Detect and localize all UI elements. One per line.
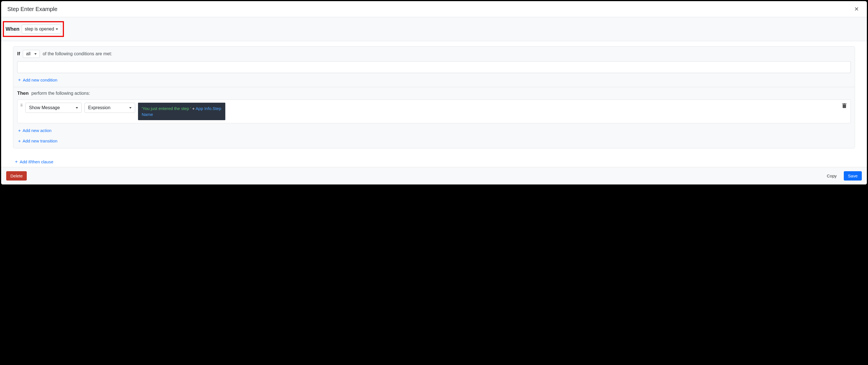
- add-action-button[interactable]: ＋ Add new action: [17, 127, 52, 134]
- modal-footer: Delete Copy Save: [1, 167, 867, 185]
- trigger-value: step is opened: [25, 27, 54, 32]
- add-clause-label: Add if/then clause: [20, 159, 53, 164]
- add-clause-row: ＋ Add if/then clause: [1, 154, 867, 167]
- modal-header: Step Enter Example ✕: [1, 1, 867, 17]
- then-header: Then perform the following actions:: [17, 90, 851, 96]
- plus-icon: ＋: [17, 77, 22, 83]
- plus-icon: ＋: [14, 159, 19, 165]
- add-condition-label: Add new condition: [23, 78, 58, 82]
- then-link-group: ＋ Add new action ＋ Add new transition: [17, 127, 851, 145]
- if-section: If all of the following conditions are m…: [13, 47, 855, 87]
- chevron-down-icon: [56, 28, 58, 30]
- action-mode-dropdown[interactable]: Expression: [85, 103, 135, 113]
- quantifier-dropdown[interactable]: all: [23, 50, 40, 58]
- if-suffix: of the following conditions are met:: [42, 51, 112, 56]
- chevron-down-icon: [129, 107, 131, 109]
- if-then-clause: If all of the following conditions are m…: [13, 46, 855, 148]
- plus-icon: ＋: [17, 139, 22, 143]
- condition-input[interactable]: [17, 61, 851, 73]
- if-header: If all of the following conditions are m…: [17, 50, 851, 58]
- quantifier-value: all: [26, 51, 30, 56]
- add-transition-label: Add new transition: [23, 139, 57, 143]
- add-transition-button[interactable]: ＋ Add new transition: [17, 138, 58, 145]
- rule-editor-modal: Step Enter Example ✕ When step is opened…: [1, 1, 867, 185]
- modal-title: Step Enter Example: [7, 6, 58, 12]
- save-button[interactable]: Save: [844, 171, 862, 180]
- plus-icon: ＋: [17, 128, 22, 133]
- action-mode-value: Expression: [88, 105, 111, 110]
- add-condition-button[interactable]: ＋ Add new condition: [17, 77, 58, 84]
- clause-body: If all of the following conditions are m…: [1, 41, 867, 154]
- trash-icon: [842, 103, 846, 108]
- add-if-then-clause-button[interactable]: ＋ Add if/then clause: [14, 158, 53, 165]
- then-section: Then perform the following actions: ⠿ Sh…: [13, 87, 855, 148]
- svg-rect-0: [843, 104, 846, 108]
- trigger-highlight: When step is opened: [3, 21, 64, 37]
- close-button[interactable]: ✕: [852, 5, 861, 13]
- svg-rect-2: [843, 103, 845, 104]
- delete-action-button[interactable]: [841, 103, 848, 110]
- delete-button[interactable]: Delete: [6, 171, 27, 180]
- copy-button[interactable]: Copy: [823, 171, 841, 180]
- trigger-dropdown[interactable]: step is opened: [22, 25, 61, 34]
- expression-string: 'You just entered the step ': [142, 106, 191, 111]
- expression-editor[interactable]: 'You just entered the step ' + App Info.…: [138, 103, 225, 120]
- chevron-down-icon: [34, 53, 37, 55]
- expression-operator: +: [192, 106, 195, 111]
- close-icon: ✕: [854, 6, 859, 12]
- drag-handle-icon[interactable]: ⠿: [20, 103, 23, 107]
- action-type-dropdown[interactable]: Show Message: [25, 103, 82, 113]
- if-keyword: If: [17, 51, 20, 57]
- then-suffix: perform the following actions:: [32, 91, 90, 96]
- action-type-value: Show Message: [29, 105, 60, 110]
- action-row: ⠿ Show Message Expression 'You just ente…: [17, 100, 851, 123]
- then-keyword: Then: [17, 90, 29, 96]
- add-action-label: Add new action: [23, 128, 52, 133]
- when-bar: When step is opened: [1, 17, 867, 41]
- when-label: When: [6, 26, 20, 32]
- chevron-down-icon: [76, 107, 78, 109]
